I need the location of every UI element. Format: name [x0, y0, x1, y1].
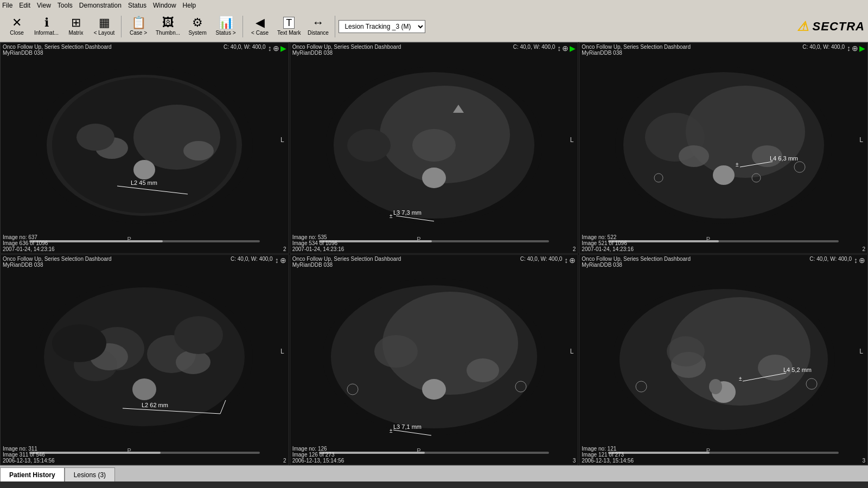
- viewport-6-image: L4 5,2 mm ± L: [579, 266, 867, 449]
- scroll-icon-2: ↕: [557, 44, 561, 53]
- thumbnail-icon: 🖼: [162, 17, 174, 29]
- status-button[interactable]: 📊 Status >: [212, 12, 239, 41]
- matrix-icon: ⊞: [71, 17, 81, 29]
- menu-bar: File Edit View Tools Demonstration Statu…: [0, 0, 868, 11]
- viewport-2-date: 2007-01-24, 14:23:16: [292, 246, 344, 252]
- viewport-6-num: 3: [862, 458, 865, 464]
- viewport-4-image: L2 62 mm L: [1, 266, 289, 449]
- viewport-6[interactable]: Onco Follow Up, Series Selection Dashboa…: [579, 254, 868, 466]
- close-button[interactable]: ✕ Close: [3, 12, 30, 41]
- viewport-4-wl: C: 40,0, W: 400,0: [231, 256, 273, 262]
- case-prev-button[interactable]: 📋 Case >: [125, 12, 152, 41]
- viewport-5-imageno: Image no: 126: [292, 446, 344, 452]
- play-icon[interactable]: ▶: [280, 44, 286, 53]
- viewport-3[interactable]: Onco Follow Up, Series Selection Dashboa…: [579, 42, 868, 254]
- ct-scan-2: L3 7,3 mm ±: [315, 61, 553, 229]
- lesion-tracking-dropdown[interactable]: Lesion Tracking _1 Lesion Tracking _2 Le…: [339, 20, 425, 33]
- viewport-2[interactable]: Onco Follow Up, Series Selection Dashboa…: [290, 42, 579, 254]
- svg-point-42: [132, 378, 156, 400]
- ct-scan-4: L2 62 mm: [25, 273, 264, 441]
- menu-edit[interactable]: Edit: [19, 2, 30, 9]
- svg-point-14: [422, 168, 446, 188]
- play-icon-2[interactable]: ▶: [570, 44, 576, 53]
- viewport-1-footer: Image no: 637 Image 636 of 1096 2007-01-…: [1, 233, 289, 253]
- viewport-4-date: 2006-12-13, 15:14:56: [3, 458, 55, 464]
- matrix-button[interactable]: ⊞ Matrix: [62, 12, 90, 41]
- viewport-5-wl: C: 40,0, W: 400,0: [520, 256, 563, 262]
- svg-point-49: [374, 335, 418, 368]
- ct-scan-5: L3 7,1 mm ±: [315, 273, 553, 441]
- svg-text:±: ±: [390, 213, 393, 219]
- viewport-4-footer: Image no: 311 Image 311 of 546 2006-12-1…: [1, 445, 289, 465]
- sectra-logo: ⚠ SECTRA: [797, 19, 865, 34]
- viewport-3-right-footer: 2: [862, 246, 865, 252]
- svg-point-7: [76, 124, 114, 151]
- toolbar-separator-3: [335, 16, 335, 37]
- textmark-button[interactable]: T Text Mark: [275, 12, 303, 41]
- textmark-label: Text Mark: [277, 30, 301, 36]
- l-indicator-3: L: [859, 136, 863, 144]
- svg-point-24: [679, 145, 709, 167]
- play-icon-3[interactable]: ▶: [859, 44, 865, 53]
- status-icon: 📊: [219, 17, 233, 29]
- tab-patient-history[interactable]: Patient History: [0, 467, 65, 481]
- svg-point-26: [713, 165, 735, 185]
- viewport-3-ctrl-icons: ↕ ⊕ ▶: [847, 44, 865, 53]
- viewport-1-title: Onco Follow Up, Series Selection Dashboa…: [3, 44, 112, 50]
- viewport-2-image-info: Image no: 535 Image 534 of 1096 2007-01-…: [292, 234, 344, 252]
- svg-point-62: [667, 336, 705, 367]
- system-button[interactable]: ⚙ System: [184, 12, 211, 41]
- viewport-4-image-info: Image no: 311 Image 311 of 546 2006-12-1…: [3, 446, 55, 464]
- viewport-4[interactable]: Onco Follow Up, Series Selection Dashboa…: [0, 254, 289, 466]
- stack-icon-6: ⊕: [859, 256, 865, 265]
- viewport-6-image-info: Image no: 121 Image 121 of 273 2006-12-1…: [582, 446, 634, 464]
- viewport-grid: Onco Follow Up, Series Selection Dashboa…: [0, 42, 868, 465]
- viewport-5-footer: Image no: 126 Image 126 of 273 2006-12-1…: [290, 445, 578, 465]
- scroll-icon-3: ↕: [847, 44, 851, 53]
- viewport-2-imageno: Image no: 535: [292, 234, 344, 240]
- menu-view[interactable]: View: [37, 2, 51, 9]
- tab-lesions[interactable]: Lesions (3): [65, 467, 115, 481]
- distance-button[interactable]: ↔ Distance: [304, 12, 331, 41]
- viewport-5-date: 2006-12-13, 15:14:56: [292, 458, 344, 464]
- stack-icon-5: ⊕: [569, 256, 576, 265]
- close-label: Close: [10, 30, 24, 36]
- viewport-4-imagefrac: Image 311 of 546: [3, 452, 55, 458]
- layout-label: < Layout: [94, 30, 115, 36]
- viewport-2-right-footer: 2: [573, 246, 576, 252]
- case-nav-label: < Case: [251, 30, 269, 36]
- viewport-5[interactable]: Onco Follow Up, Series Selection Dashboa…: [290, 254, 579, 466]
- viewport-6-footer: Image no: 121 Image 121 of 273 2006-12-1…: [579, 445, 867, 465]
- svg-text:±: ±: [390, 428, 393, 434]
- viewport-6-right-footer: 3: [862, 458, 865, 464]
- viewport-1[interactable]: Onco Follow Up, Series Selection Dashboa…: [0, 42, 289, 254]
- thumbnail-button[interactable]: 🖼 Thumbn...: [153, 12, 183, 41]
- distance-icon: ↔: [312, 17, 324, 29]
- svg-point-50: [422, 379, 446, 400]
- viewport-1-imageno: Image no: 637: [3, 234, 55, 240]
- menu-status[interactable]: Status: [128, 2, 146, 9]
- l-indicator-2: L: [570, 136, 574, 144]
- menu-tools[interactable]: Tools: [58, 2, 73, 9]
- menu-file[interactable]: File: [2, 2, 12, 9]
- toolbar: ✕ Close ℹ Informat... ⊞ Matrix ▦ < Layou…: [0, 11, 868, 42]
- viewport-3-image: L4 6,3 mm ± L: [579, 54, 867, 237]
- menu-window[interactable]: Window: [153, 2, 176, 9]
- case-prev-label: Case >: [130, 30, 147, 36]
- information-button[interactable]: ℹ Informat...: [31, 12, 61, 41]
- matrix-label: Matrix: [68, 30, 83, 36]
- viewport-5-right-footer: 3: [573, 458, 576, 464]
- case-icon: 📋: [131, 17, 146, 29]
- close-icon: ✕: [12, 17, 22, 29]
- menu-demonstration[interactable]: Demonstration: [79, 2, 122, 9]
- viewport-5-ctrl-icons: ↕ ⊕: [564, 256, 576, 265]
- l-indicator-4: L: [280, 348, 284, 355]
- viewport-2-wl: C: 40,0, W: 400,0: [513, 44, 556, 50]
- scroll-icon-4: ↕: [275, 256, 279, 265]
- menu-help[interactable]: Help: [183, 2, 196, 9]
- case-nav-button[interactable]: ◀ < Case: [246, 12, 273, 41]
- svg-text:L4 5,2 mm: L4 5,2 mm: [783, 367, 812, 373]
- viewport-4-right-footer: 2: [283, 458, 286, 464]
- ct-scan-3: L4 6,3 mm ±: [604, 61, 843, 229]
- layout-button[interactable]: ▦ < Layout: [91, 12, 118, 41]
